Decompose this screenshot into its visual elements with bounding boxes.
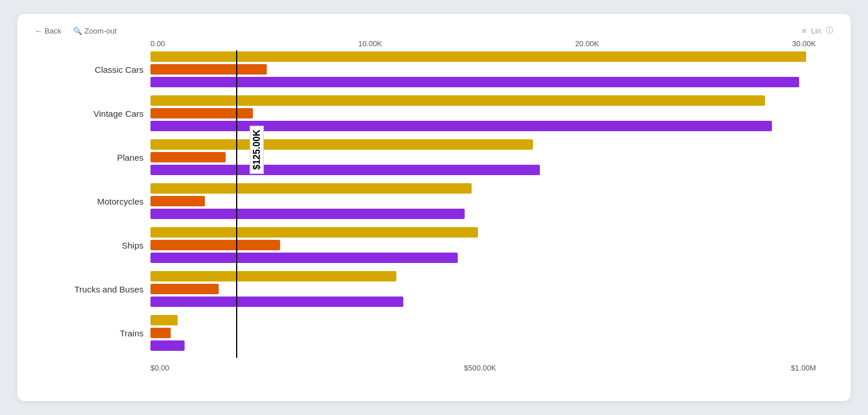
bar-purple	[150, 121, 772, 131]
bar-orange	[150, 152, 226, 162]
bar-gold	[150, 95, 765, 106]
x-bottom-label-1: $500.00K	[464, 364, 496, 372]
bar-group-motorcycles	[150, 182, 833, 220]
bar-group-trains	[150, 314, 833, 352]
info-icon: ⓘ	[826, 25, 833, 36]
top-bar: ← Back 🔍 Zoom-out ≡ Lin ⓘ	[35, 25, 833, 36]
y-label-vintage-cars: Vintage Cars	[35, 94, 150, 132]
back-label: Back	[45, 27, 61, 35]
bar-group-ships	[150, 226, 833, 264]
x-top-label-1: 10.00K	[358, 39, 382, 48]
toolbar-left: ← Back 🔍 Zoom-out	[35, 27, 117, 35]
chart-container: ← Back 🔍 Zoom-out ≡ Lin ⓘ 0.00 10.00K 20…	[17, 14, 851, 401]
legend-icon: ≡	[802, 27, 807, 35]
bar-gold	[150, 315, 178, 325]
tooltip: $125.00K	[249, 125, 263, 173]
zoom-out-icon: 🔍	[73, 27, 82, 35]
bar-purple	[150, 340, 185, 351]
bar-orange	[150, 328, 171, 338]
bar-orange	[150, 284, 219, 294]
bar-purple	[150, 77, 799, 87]
x-axis-bottom: $0.00 $500.00K $1.00M	[150, 364, 833, 372]
bar-orange	[150, 196, 205, 206]
bar-gold	[150, 139, 533, 150]
back-arrow-icon: ←	[35, 27, 42, 35]
zoom-out-label: Zoom-out	[84, 27, 117, 35]
bar-purple	[150, 165, 540, 175]
y-label-trains: Trains	[35, 314, 150, 352]
x-top-label-0: 0.00	[150, 39, 165, 48]
vertical-line	[236, 50, 237, 358]
bar-orange	[150, 108, 253, 118]
bar-gold	[150, 183, 472, 194]
bar-group-trucks-and-buses	[150, 270, 833, 308]
x-axis-top: 0.00 10.00K 20.00K 30.00K	[150, 39, 833, 48]
x-bottom-label-2: $1.00M	[791, 364, 816, 372]
y-label-classic-cars: Classic Cars	[35, 50, 150, 88]
y-label-planes: Planes	[35, 138, 150, 176]
bar-orange	[150, 64, 267, 75]
y-label-ships: Ships	[35, 226, 150, 264]
x-bottom-label-0: $0.00	[150, 364, 170, 372]
bars-area: $125.00K	[150, 50, 833, 358]
bar-purple	[150, 297, 403, 307]
y-label-motorcycles: Motorcycles	[35, 182, 150, 220]
toolbar-right: ≡ Lin ⓘ	[802, 25, 833, 36]
bar-purple	[150, 253, 458, 263]
x-top-label-2: 20.00K	[575, 39, 599, 48]
x-top-label-3: 30.00K	[792, 39, 816, 48]
back-button[interactable]: ← Back	[35, 27, 61, 35]
zoom-out-button[interactable]: 🔍 Zoom-out	[73, 27, 117, 35]
y-axis-labels: Classic CarsVintage CarsPlanesMotorcycle…	[35, 50, 150, 358]
legend-label: Lin	[811, 27, 821, 35]
bar-gold	[150, 51, 806, 62]
bar-gold	[150, 227, 478, 238]
bar-gold	[150, 271, 396, 281]
bar-purple	[150, 209, 465, 219]
y-label-trucks-and-buses: Trucks and Buses	[35, 270, 150, 308]
chart-area: Classic CarsVintage CarsPlanesMotorcycle…	[35, 50, 833, 358]
bar-orange	[150, 240, 280, 250]
bar-group-classic-cars	[150, 50, 833, 88]
